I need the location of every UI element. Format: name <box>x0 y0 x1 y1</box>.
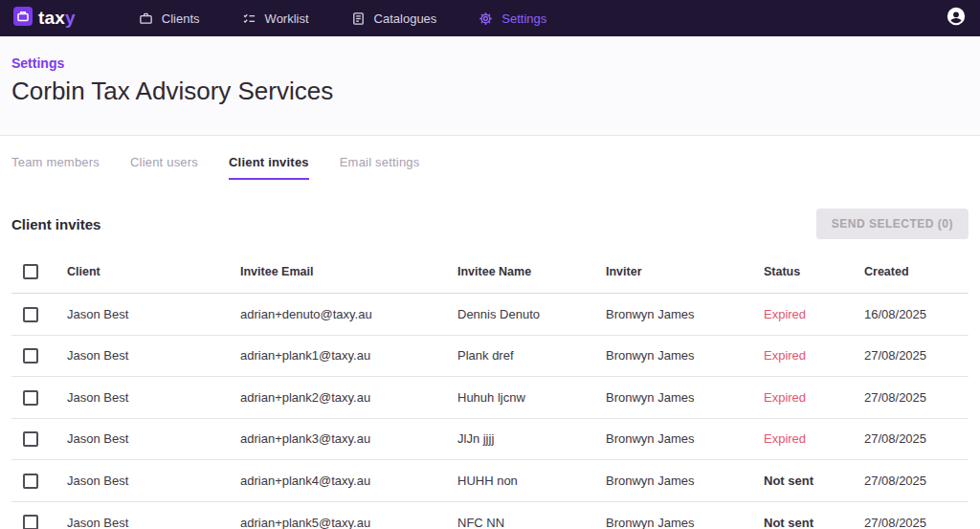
row-checkbox[interactable] <box>23 390 38 406</box>
page-title: Corbin Tax Advisory Services <box>11 77 969 106</box>
send-selected-button[interactable]: SEND SELECTED (0) <box>816 209 969 239</box>
cell-invitee-name: HUHH non <box>450 460 598 502</box>
row-checkbox[interactable] <box>23 431 38 447</box>
client-invites-table: Client Invitee Email Invitee Name Invite… <box>11 251 969 529</box>
row-checkbox[interactable] <box>23 307 38 322</box>
page-header: Settings Corbin Tax Advisory Services <box>0 36 980 136</box>
user-avatar-button[interactable] <box>946 6 967 31</box>
cell-inviter: Bronwyn James <box>598 335 756 377</box>
cell-invitee-email: adrian+plank4@taxy.au <box>233 460 450 502</box>
nav-item-settings[interactable]: Settings <box>479 11 546 26</box>
cell-created: 27/08/2025 <box>857 377 969 419</box>
cell-created: 27/08/2025 <box>857 418 969 460</box>
tab-client-users[interactable]: Client users <box>130 155 198 180</box>
column-header-status: Status <box>756 251 857 294</box>
cell-status: Expired <box>756 335 857 377</box>
nav-label: Settings <box>501 11 546 26</box>
section-title: Client invites <box>11 216 100 232</box>
account-circle-icon <box>946 6 967 31</box>
brand-logo[interactable]: taxy <box>13 7 76 30</box>
cell-created: 27/08/2025 <box>857 501 969 529</box>
table-row: Jason Best adrian+plank3@taxy.au JlJn jj… <box>11 418 969 460</box>
nav-label: Worklist <box>265 11 309 26</box>
cell-status: Expired <box>756 377 857 419</box>
gear-icon <box>479 11 493 26</box>
cell-inviter: Bronwyn James <box>598 501 756 529</box>
table-row: Jason Best adrian+plank2@taxy.au Huhuh l… <box>11 377 969 419</box>
table-row: Jason Best adrian+denuto@taxy.au Dennis … <box>11 294 969 336</box>
checklist-icon <box>242 11 256 26</box>
cell-invitee-name: JlJn jjjj <box>450 418 598 460</box>
cell-created: 27/08/2025 <box>857 335 969 377</box>
cell-inviter: Bronwyn James <box>598 460 756 502</box>
section-header: Client invites SEND SELECTED (0) <box>11 209 969 239</box>
column-header-inviter: Inviter <box>598 251 756 294</box>
table-row: Jason Best adrian+plank1@taxy.au Plank d… <box>11 335 969 377</box>
column-header-invitee-email: Invitee Email <box>233 251 450 294</box>
nav-label: Clients <box>162 11 200 26</box>
cell-status: Not sent <box>756 501 857 529</box>
tab-email-settings[interactable]: Email settings <box>340 155 420 180</box>
cell-inviter: Bronwyn James <box>598 377 756 419</box>
cell-client: Jason Best <box>59 501 233 529</box>
cell-created: 16/08/2025 <box>857 294 969 336</box>
brand-icon <box>13 7 33 30</box>
tab-team-members[interactable]: Team members <box>11 155 100 180</box>
cell-inviter: Bronwyn James <box>598 418 756 460</box>
nav-label: Catalogues <box>374 11 437 26</box>
cell-invitee-name: Dennis Denuto <box>450 294 598 336</box>
table-row: Jason Best adrian+plank5@taxy.au NFC NN … <box>11 501 969 529</box>
nav-item-worklist[interactable]: Worklist <box>242 11 309 26</box>
cell-client: Jason Best <box>59 460 233 502</box>
row-checkbox[interactable] <box>23 348 38 364</box>
book-icon <box>351 11 366 26</box>
nav-item-catalogues[interactable]: Catalogues <box>351 11 437 26</box>
nav-item-clients[interactable]: Clients <box>139 11 200 26</box>
cell-invitee-email: adrian+plank5@taxy.au <box>233 501 450 529</box>
cell-invitee-email: adrian+plank2@taxy.au <box>233 377 450 419</box>
row-checkbox[interactable] <box>23 515 38 529</box>
cell-invitee-name: Plank dref <box>450 335 598 377</box>
navbar: taxy Clients Worklist <box>0 0 980 36</box>
table-row: Jason Best adrian+plank4@taxy.au HUHH no… <box>11 460 969 502</box>
select-all-checkbox[interactable] <box>23 264 38 279</box>
settings-tabs: Team members Client users Client invites… <box>0 136 980 180</box>
cell-created: 27/08/2025 <box>857 460 969 502</box>
cell-client: Jason Best <box>59 335 233 377</box>
cell-status: Not sent <box>756 460 857 502</box>
cell-status: Expired <box>756 294 857 336</box>
breadcrumb: Settings <box>11 55 969 71</box>
cell-status: Expired <box>756 418 857 460</box>
brand-name: taxy <box>38 8 76 29</box>
briefcase-icon <box>139 11 153 26</box>
cell-invitee-name: Huhuh ljcnw <box>450 377 598 419</box>
table-body: Jason Best adrian+denuto@taxy.au Dennis … <box>11 294 969 529</box>
column-header-client: Client <box>59 251 233 294</box>
cell-inviter: Bronwyn James <box>598 294 756 336</box>
cell-client: Jason Best <box>59 418 233 460</box>
cell-client: Jason Best <box>59 377 233 419</box>
table-header-row: Client Invitee Email Invitee Name Invite… <box>11 251 969 294</box>
cell-invitee-email: adrian+plank1@taxy.au <box>233 335 450 377</box>
cell-invitee-email: adrian+denuto@taxy.au <box>233 294 450 336</box>
row-checkbox[interactable] <box>23 474 38 489</box>
column-header-invitee-name: Invitee Name <box>450 251 598 294</box>
tab-client-invites[interactable]: Client invites <box>229 155 309 180</box>
main-nav: Clients Worklist <box>139 11 547 26</box>
cell-invitee-name: NFC NN <box>450 501 598 529</box>
cell-client: Jason Best <box>59 294 233 336</box>
cell-invitee-email: adrian+plank3@taxy.au <box>233 418 450 460</box>
column-header-created: Created <box>857 251 969 294</box>
